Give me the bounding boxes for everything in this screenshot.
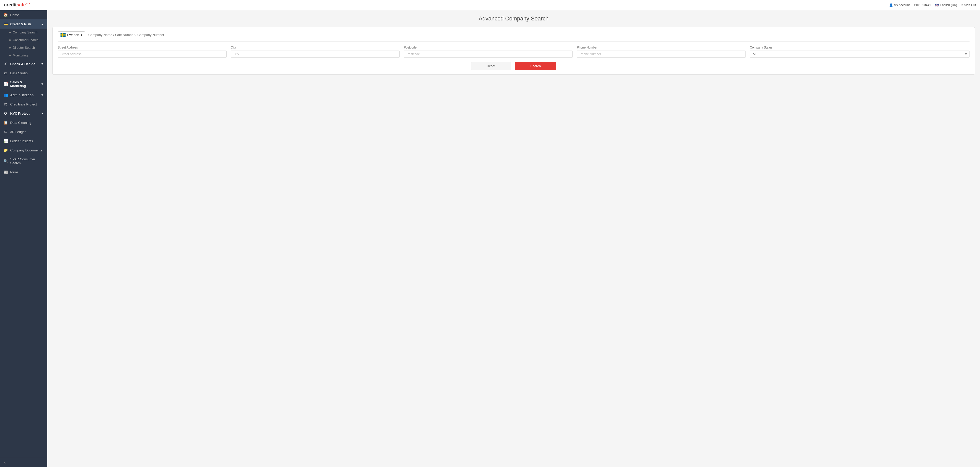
company-search-label: Company Search <box>13 31 38 34</box>
postcode-input[interactable] <box>404 51 573 58</box>
sweden-flag-icon <box>60 33 65 37</box>
company-status-select[interactable]: All Active Inactive Dissolved <box>750 51 969 58</box>
director-search-label: Director Search <box>13 46 35 49</box>
sidebar: 🏠 Home 💳 Credit & Risk ▲ Company Search … <box>0 10 47 467</box>
sidebar-item-director-search[interactable]: Director Search <box>0 44 47 52</box>
account-id: ID:101593441 <box>912 3 931 7</box>
reset-button[interactable]: Reset <box>471 62 511 70</box>
page-title: Advanced Company Search <box>52 15 975 22</box>
kyc-protect-icon: 🛡 <box>3 111 8 115</box>
credit-risk-chevron-icon: ▲ <box>41 22 44 26</box>
sidebar-home-label: Home <box>10 13 19 17</box>
data-studio-icon: 🗂 <box>3 71 8 75</box>
3d-ledger-icon: 🏷 <box>3 130 8 134</box>
logo-text: creditsafe⌒ <box>4 2 30 8</box>
sidebar-item-consumer-search[interactable]: Consumer Search <box>0 36 47 44</box>
administration-chevron-icon: ▼ <box>41 94 44 97</box>
main-content: Advanced Company Search Sweden ▾ Street … <box>47 10 980 467</box>
sidebar-credit-risk-left: 💳 Credit & Risk <box>3 22 31 26</box>
sidebar-item-data-cleaning[interactable]: 📋 Data Cleaning <box>0 118 47 127</box>
signout-icon: ⎋ <box>961 3 963 7</box>
kyc-protect-chevron-icon: ▼ <box>41 112 44 115</box>
sidebar-check-decide-label: Check & Decide <box>10 62 35 66</box>
phone-number-input[interactable] <box>577 51 746 58</box>
city-input[interactable] <box>231 51 400 58</box>
buttons-row: Reset Search <box>58 62 969 70</box>
news-icon: 📰 <box>3 170 8 174</box>
ledger-insights-icon: 📊 <box>3 139 8 143</box>
director-search-dot <box>9 47 11 48</box>
sidebar-item-credit-risk[interactable]: 💳 Credit & Risk ▲ <box>0 19 47 29</box>
street-address-label: Street Address <box>58 46 227 49</box>
company-search-dot <box>9 32 11 33</box>
main-search-input[interactable] <box>88 33 969 37</box>
sales-marketing-label: Sales & Marketing <box>10 80 38 88</box>
creditsafe-protect-icon: ⚖ <box>3 102 8 106</box>
phone-number-field-group: Phone Number <box>577 46 746 58</box>
language-link[interactable]: 🇬🇧 English (UK) <box>935 3 957 7</box>
company-status-field-group: Company Status All Active Inactive Disso… <box>750 46 969 58</box>
phone-number-label: Phone Number <box>577 46 746 49</box>
news-label: News <box>10 170 19 174</box>
country-selector[interactable]: Sweden ▾ <box>58 32 85 38</box>
sidebar-close-button[interactable]: ✕ <box>3 461 6 464</box>
search-button[interactable]: Search <box>515 62 556 70</box>
my-account-link[interactable]: 👤 My Account ID:101593441 <box>889 3 931 7</box>
kyc-protect-label: KYC Protect <box>10 112 30 115</box>
sidebar-item-administration[interactable]: 👥 Administration ▼ <box>0 90 47 100</box>
postcode-label: Postcode <box>404 46 573 49</box>
city-label: City <box>231 46 400 49</box>
sidebar-item-creditsafe-protect[interactable]: ⚖ Creditsafe Protect <box>0 100 47 109</box>
signout-label: Sign Out <box>964 3 976 7</box>
sidebar-item-check-decide[interactable]: ✔ Check & Decide ▼ <box>0 59 47 69</box>
consumer-search-label: Consumer Search <box>13 38 38 42</box>
sidebar-administration-left: 👥 Administration <box>3 93 34 97</box>
ledger-insights-label: Ledger Insights <box>10 139 33 143</box>
sidebar-item-data-studio[interactable]: 🗂 Data Studio <box>0 69 47 78</box>
country-label: Sweden <box>67 33 79 37</box>
sidebar-item-3d-ledger[interactable]: 🏷 3D Ledger <box>0 127 47 136</box>
search-card: Sweden ▾ Street Address City Postcode <box>52 27 975 75</box>
postcode-field-group: Postcode <box>404 46 573 58</box>
administration-icon: 👥 <box>3 93 8 97</box>
sidebar-sales-marketing-left: 📈 Sales & Marketing <box>3 80 38 88</box>
sidebar-item-company-documents[interactable]: 📁 Company Documents <box>0 145 47 155</box>
spar-consumer-search-icon: 🔍 <box>3 159 8 163</box>
check-decide-icon: ✔ <box>3 62 8 66</box>
country-dropdown-arrow: ▾ <box>81 33 83 37</box>
sidebar-check-decide-left: ✔ Check & Decide <box>3 62 35 66</box>
signout-link[interactable]: ⎋ Sign Out <box>961 3 976 7</box>
check-decide-chevron-icon: ▼ <box>41 62 44 65</box>
data-cleaning-icon: 📋 <box>3 121 8 124</box>
spar-consumer-search-label: SPAR Consumer Search <box>10 157 44 165</box>
company-status-label: Company Status <box>750 46 969 49</box>
consumer-search-dot <box>9 39 11 41</box>
account-label: My Account <box>894 3 910 7</box>
sidebar-item-spar-consumer-search[interactable]: 🔍 SPAR Consumer Search <box>0 155 47 167</box>
creditsafe-protect-label: Creditsafe Protect <box>10 102 37 106</box>
sidebar-item-monitoring[interactable]: Monitoring <box>0 52 47 59</box>
monitoring-dot <box>9 55 11 56</box>
sidebar-item-company-search[interactable]: Company Search <box>0 29 47 36</box>
sidebar-item-kyc-protect[interactable]: 🛡 KYC Protect ▼ <box>0 109 47 118</box>
street-address-input[interactable] <box>58 51 227 58</box>
company-documents-icon: 📁 <box>3 148 8 152</box>
sales-marketing-chevron-icon: ▼ <box>41 83 44 86</box>
sidebar-credit-risk-label: Credit & Risk <box>10 22 31 26</box>
administration-label: Administration <box>10 93 34 97</box>
sidebar-item-home[interactable]: 🏠 Home <box>0 10 47 19</box>
layout: 🏠 Home 💳 Credit & Risk ▲ Company Search … <box>0 10 980 467</box>
sidebar-footer: ✕ <box>0 458 47 467</box>
language-label: English (UK) <box>940 3 957 7</box>
flag-uk-icon: 🇬🇧 <box>935 3 939 7</box>
search-fields-row: Street Address City Postcode Phone Numbe… <box>58 46 969 58</box>
data-studio-label: Data Studio <box>10 71 27 75</box>
sidebar-item-ledger-insights[interactable]: 📊 Ledger Insights <box>0 136 47 145</box>
topbar-right: 👤 My Account ID:101593441 🇬🇧 English (UK… <box>889 3 976 7</box>
search-top-row: Sweden ▾ <box>58 32 969 41</box>
topbar: creditsafe⌒ 👤 My Account ID:101593441 🇬🇧… <box>0 0 980 10</box>
sidebar-item-sales-marketing[interactable]: 📈 Sales & Marketing ▼ <box>0 78 47 90</box>
sidebar-item-news[interactable]: 📰 News <box>0 167 47 177</box>
home-icon: 🏠 <box>3 13 8 17</box>
sidebar-kyc-protect-left: 🛡 KYC Protect <box>3 111 30 115</box>
